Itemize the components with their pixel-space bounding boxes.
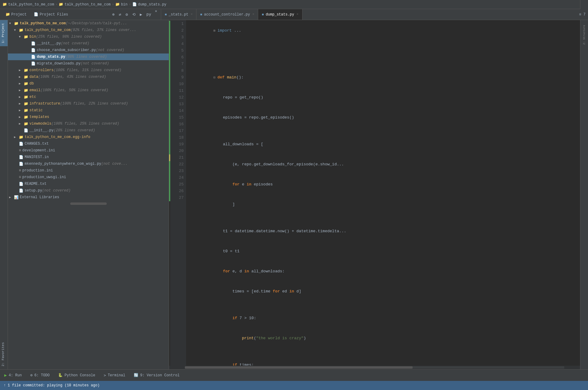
tree-item-etc[interactable]: ▶ 📁 etc [8,94,169,100]
main-layout: 1: Project 2: Favorites ▼ 📁 talk_python_… [0,20,588,369]
tab-stats-pt[interactable]: ■ _stats.pt × [161,9,196,20]
tree-item-infrastructure[interactable]: ▶ 📁 infrastructure (100% files, 22% line… [8,100,169,107]
tree-label-uwsgi-ini: production_uwsgi.ini [22,175,66,179]
tree-item-setup[interactable]: ▶ 📄 setup.py (not covered) [8,187,169,194]
tree-item-dump-stats[interactable]: ▶ 📄 dump_stats.py (98% lines covered) [8,53,169,60]
tree-item-email[interactable]: ▶ 📁 email (100% files, 50% lines covered… [8,87,169,94]
tabs-more-button[interactable]: ≡ 7 [576,9,588,20]
tree-item-egg-info[interactable]: ▶ 📁 talk_python_to_me_com.egg-info [8,134,169,140]
tree-item-wsgi[interactable]: ▶ 📄 mkennedy_pythonanywhere_com_wsgi.py … [8,160,169,167]
arrow-static: ▶ [19,109,24,112]
btn-todo-label: 6: TODO [34,373,50,378]
tab-dump-stats-close[interactable]: × [297,13,299,16]
tree-label-changes: CHANGES.txt [25,142,49,146]
tree-label-dev-ini: development.ini [22,148,55,153]
sidebar-label-project[interactable]: 1: Project [0,20,8,46]
tree-suffix-main-pkg: (92% files, 37% lines cover... [71,28,136,32]
tree-item-manifest[interactable]: ▶ 📄 MANIFEST.in [8,154,169,160]
code-area[interactable]: 1 2 3 4 5 6 7 8 9 10 11 12 13 14 15 16 1… [169,20,580,366]
tree-item-readme[interactable]: ▶ 📄 README.txt [8,181,169,187]
file-icon-readme: 📄 [19,182,23,186]
btn-python-console[interactable]: 🐍 Python Console [54,370,99,381]
ctrl-btn-py[interactable]: py [145,12,153,17]
tree-item-dev-ini[interactable]: ▶ ≡ development.ini [8,147,169,154]
py-icon-dump-stats: 📄 [31,55,36,59]
tree-item-bin[interactable]: ▼ 📁 bin (25% files, 98% lines covered) [8,33,169,40]
tree-suffix-infrastructure: (100% files, 22% lines covered) [60,102,128,106]
btn-terminal-label: Terminal [108,373,125,378]
tab-dump-stats-icon: ■ [262,13,264,16]
folder-icon-controllers: 📁 [24,68,28,73]
tree-label-egg-info: talk_python_to_me_com.egg-info [25,135,90,139]
breadcrumb-part-1[interactable]: talk_python_to_me_com [8,2,54,7]
tab-stats-pt-close[interactable]: × [191,13,192,16]
tabs-left-section: 📁 Project 📄 Project Files ⊕ ⇄ ⚙ ⟲ ▶ py × [0,9,161,20]
tree-label-init-pkg: __init__.py [29,128,54,133]
breadcrumb-bar: 📁 talk_python_to_me_com › 📁 talk_python_… [0,0,588,9]
py-icon-init-pkg: 📄 [24,128,28,133]
folder-icon-templates: 📁 [24,115,28,119]
tree-item-main-pkg[interactable]: ▼ 📁 talk_python_to_me_com (92% files, 37… [8,27,169,33]
btn-run[interactable]: ▶ 4: Run [0,370,26,381]
folder-icon-etc: 📁 [24,95,28,99]
tree-item-init-bin[interactable]: ▶ 📄 __init__.py (not covered) [8,40,169,47]
tab-project-files[interactable]: 📄 Project Files [31,9,71,20]
tree-suffix-viewmodels: (100% files, 25% lines covered) [51,122,119,126]
tree-suffix-migrate: (not covered) [81,61,109,66]
tree-label-data: data [29,75,38,79]
tree-item-templates[interactable]: ▶ 📁 templates [8,114,169,120]
ctrl-btn-refresh[interactable]: ⟲ [131,12,137,18]
tree-item-controllers[interactable]: ▶ 📁 controllers (100% files, 31% lines c… [8,67,169,74]
tree-label-main-pkg: talk_python_to_me_com [25,28,71,32]
code-line-15: t1 = datetime.datetime.now() + datetime.… [190,221,580,241]
sidebar-label-structure[interactable]: Z: Structure [582,22,586,47]
tree-label-templates: templates [29,115,49,119]
breadcrumb-part-4[interactable]: dump_stats.py [138,2,167,7]
code-content[interactable]: ⊞ import ... ⊟ def main(): repo = get_re… [186,20,580,366]
tree-item-data[interactable]: ▶ 📁 data (100% files, 43% lines covered) [8,74,169,80]
breadcrumb-icon-4: 📄 [132,2,137,7]
tree-label-prod-ini: production.ini [22,168,53,173]
btn-todo[interactable]: ⚙ 6: TODO [26,370,54,381]
tree-item-root[interactable]: ▼ 📁 talk_python_to_me_com (~/Desktop/sta… [8,20,169,27]
tab-account-controller-close[interactable]: × [252,13,254,16]
ctrl-btn-settings[interactable]: ⚙ [124,12,129,18]
tree-label-init-bin: __init__.py [37,41,61,46]
tree-label-static: static [29,108,43,112]
tree-item-db[interactable]: ▶ 📁 db [8,80,169,87]
breadcrumb: 📁 talk_python_to_me_com › 📁 talk_python_… [0,2,580,7]
tab-project[interactable]: 📁 Project [2,9,29,20]
tree-item-migrate[interactable]: ▶ 📄 migrate_downloads.py (not covered) [8,60,169,67]
btn-terminal[interactable]: > Terminal [99,370,130,381]
breadcrumb-part-3[interactable]: bin [121,2,128,7]
tree-item-changes[interactable]: ▶ 📄 CHANGES.txt [8,140,169,147]
tab-dump-stats[interactable]: ■ dump_stats.py × [258,9,302,20]
arrow-data: ▶ [19,75,24,79]
tree-item-static[interactable]: ▶ 📁 static [8,107,169,114]
sidebar-label-favorites[interactable]: 2: Favorites [0,339,8,369]
tree-item-init-pkg[interactable]: ▶ 📄 __init__.py (28% lines covered) [8,127,169,134]
tree-item-viewmodels[interactable]: ▶ 📁 viewmodels (100% files, 25% lines co… [8,120,169,127]
code-editor[interactable]: 1 2 3 4 5 6 7 8 9 10 11 12 13 14 15 16 1… [169,20,580,369]
tree-label-viewmodels: viewmodels [29,122,51,126]
breadcrumb-sep-2: › [112,2,114,7]
arrow-external-libs: ▶ [9,195,14,199]
file-icon-manifest: 📄 [19,155,23,160]
folder-icon-db: 📁 [24,81,28,86]
tree-item-prod-ini[interactable]: ▶ ≡ production.ini [8,167,169,174]
ctrl-btn-expand[interactable]: ▶ [139,12,144,18]
code-line-13: ] [190,195,580,215]
tree-label-choose-random: choose_random_subscriber.py [37,48,96,52]
tree-item-uwsgi-ini[interactable]: ▶ ≡ production_uwsgi.ini [8,174,169,181]
tree-item-choose-random[interactable]: ▶ 📄 choose_random_subscriber.py (not cov… [8,47,169,53]
ctrl-btn-sync[interactable]: ⊕ [111,12,116,18]
btn-version-control[interactable]: 🔄 9: Version Control [130,370,184,381]
breadcrumb-part-2[interactable]: talk_python_to_me_com [64,2,110,7]
libs-icon: 📊 [14,195,19,200]
close-tab-left[interactable]: × [154,9,158,20]
tree-item-external-libs[interactable]: ▶ 📊 External Libraries [8,194,169,201]
horizontal-scrollbar[interactable] [169,366,580,369]
ctrl-btn-collapse[interactable]: ⇄ [118,12,123,18]
tab-account-controller[interactable]: ■ account_controller.py × [196,9,258,20]
tree-suffix-init-bin: (not covered) [61,41,89,46]
